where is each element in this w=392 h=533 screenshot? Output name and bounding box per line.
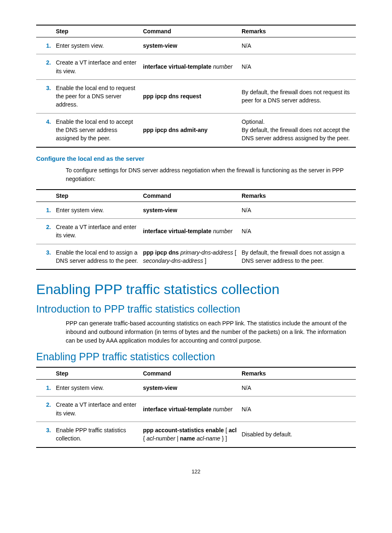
th-remarks: Remarks — [239, 367, 356, 380]
heading-configure-server: Configure the local end as the server — [36, 155, 356, 162]
command-text: ppp ipcp dns primary-dns-address [ secon… — [141, 244, 239, 269]
table-row: 4.Enable the local end to accept the DNS… — [36, 113, 356, 147]
command-text: interface virtual-template number — [141, 396, 239, 422]
table-dns-client: Step Command Remarks 1.Enter system view… — [36, 25, 356, 148]
table-row: 1.Enter system view.system-viewN/A — [36, 37, 356, 54]
remarks-text: By default, the firewall does not assign… — [239, 244, 356, 269]
step-text: Create a VT interface and enter its view… — [53, 218, 141, 244]
step-text: Enter system view. — [53, 380, 141, 396]
remarks-text: N/A — [239, 218, 356, 244]
th-step: Step — [53, 25, 141, 37]
remarks-text: N/A — [239, 54, 356, 80]
remarks-text: N/A — [239, 202, 356, 218]
table-row: 2.Create a VT interface and enter its vi… — [36, 396, 356, 422]
th-step: Step — [53, 367, 141, 380]
step-text: Create a VT interface and enter its view… — [53, 54, 141, 80]
step-number: 1. — [36, 202, 53, 218]
step-text: Create a VT interface and enter its view… — [53, 396, 141, 422]
command-text: ppp account-statistics enable [ acl { ac… — [141, 422, 239, 447]
table-row: 2.Create a VT interface and enter its vi… — [36, 218, 356, 244]
command-text: interface virtual-template number — [141, 218, 239, 244]
step-number: 2. — [36, 218, 53, 244]
table-row: 1.Enter system view.system-viewN/A — [36, 202, 356, 218]
step-number: 2. — [36, 54, 53, 80]
th-command: Command — [141, 25, 239, 37]
remarks-text: Disabled by default. — [239, 422, 356, 447]
th-remarks: Remarks — [239, 25, 356, 37]
step-text: Enter system view. — [53, 37, 141, 54]
th-command: Command — [141, 190, 239, 202]
step-text: Enable the local end to request the peer… — [53, 79, 141, 113]
para-configure-server: To configure settings for DNS server add… — [66, 166, 356, 183]
table-row: 3.Enable the local end to assign a DNS s… — [36, 244, 356, 269]
remarks-text: By default, the firewall does not reques… — [239, 79, 356, 113]
table-row: 3.Enable the local end to request the pe… — [36, 79, 356, 113]
command-text: system-view — [141, 37, 239, 54]
table-row: 3.Enable PPP traffic statistics collecti… — [36, 422, 356, 447]
step-number: 1. — [36, 380, 53, 396]
step-text: Enable PPP traffic statistics collection… — [53, 422, 141, 447]
step-number: 3. — [36, 244, 53, 269]
command-text: system-view — [141, 380, 239, 396]
step-text: Enable the local end to accept the DNS s… — [53, 113, 141, 147]
step-text: Enable the local end to assign a DNS ser… — [53, 244, 141, 269]
heading-enabling-ppp-2: Enabling PPP traffic statistics collecti… — [36, 351, 356, 363]
step-number: 3. — [36, 422, 53, 447]
para-intro-ppp: PPP can generate traffic-based accountin… — [66, 319, 356, 345]
remarks-text: N/A — [239, 380, 356, 396]
command-text: interface virtual-template number — [141, 54, 239, 80]
command-text: ppp ipcp dns request — [141, 79, 239, 113]
heading-enabling-ppp: Enabling PPP traffic statistics collecti… — [36, 281, 356, 297]
table-row: 1.Enter system view.system-viewN/A — [36, 380, 356, 396]
step-number: 2. — [36, 396, 53, 422]
remarks-text: N/A — [239, 396, 356, 422]
step-text: Enter system view. — [53, 202, 141, 218]
th-command: Command — [141, 367, 239, 380]
step-number: 3. — [36, 79, 53, 113]
heading-intro-ppp: Introduction to PPP traffic statistics c… — [36, 303, 356, 315]
th-remarks: Remarks — [239, 190, 356, 202]
remarks-text: Optional.By default, the firewall does n… — [239, 113, 356, 147]
table-ppp-stats: Step Command Remarks 1.Enter system view… — [36, 367, 356, 447]
step-number: 1. — [36, 37, 53, 54]
table-row: 2.Create a VT interface and enter its vi… — [36, 54, 356, 80]
step-number: 4. — [36, 113, 53, 147]
command-text: system-view — [141, 202, 239, 218]
table-dns-server: Step Command Remarks 1.Enter system view… — [36, 189, 356, 270]
page-number: 122 — [36, 468, 356, 475]
remarks-text: N/A — [239, 37, 356, 54]
command-text: ppp ipcp dns admit-any — [141, 113, 239, 147]
th-step: Step — [53, 190, 141, 202]
